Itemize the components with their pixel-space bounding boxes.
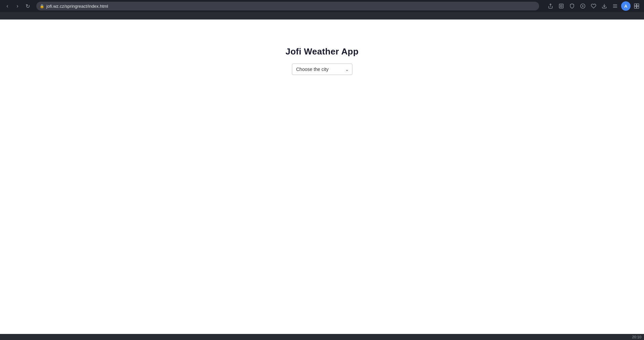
screenshot-icon[interactable] <box>557 1 566 11</box>
tab-bar <box>0 12 644 20</box>
browser-chrome: ‹ › ↻ 🔒 jofi.wz.cz/springreact/index.htm… <box>0 0 644 12</box>
main-content: Jofi Weather App Choose the city Prague … <box>0 20 644 334</box>
nav-buttons: ‹ › ↻ <box>3 1 32 11</box>
toolbar-icons: A <box>546 1 641 11</box>
share-icon[interactable] <box>546 1 555 11</box>
url-text: jofi.wz.cz/springreact/index.html <box>46 4 536 9</box>
lock-icon: 🔒 <box>40 4 44 8</box>
svg-rect-7 <box>634 4 636 6</box>
svg-rect-0 <box>559 4 563 8</box>
download-icon[interactable] <box>600 1 609 11</box>
play-icon[interactable] <box>578 1 588 11</box>
heart-icon[interactable] <box>589 1 598 11</box>
forward-button[interactable]: › <box>13 1 22 11</box>
extensions-icon[interactable] <box>632 1 641 11</box>
city-dropdown[interactable]: Choose the city Prague Brno Ostrava <box>292 64 352 75</box>
address-bar[interactable]: 🔒 jofi.wz.cz/springreact/index.html <box>36 2 539 10</box>
svg-marker-3 <box>582 5 584 7</box>
menu-icon[interactable] <box>610 1 620 11</box>
status-time: 20:10 <box>632 335 641 339</box>
svg-rect-9 <box>634 6 636 8</box>
reload-button[interactable]: ↻ <box>23 1 32 11</box>
back-button[interactable]: ‹ <box>3 1 12 11</box>
svg-point-1 <box>560 5 562 7</box>
svg-rect-10 <box>637 6 639 8</box>
shield-icon[interactable] <box>567 1 577 11</box>
svg-rect-8 <box>637 4 639 6</box>
profile-icon[interactable]: A <box>621 1 631 11</box>
app-title: Jofi Weather App <box>286 46 358 57</box>
city-select-wrapper: Choose the city Prague Brno Ostrava ⌄ <box>292 64 352 75</box>
status-bar: 20:10 <box>0 334 644 340</box>
